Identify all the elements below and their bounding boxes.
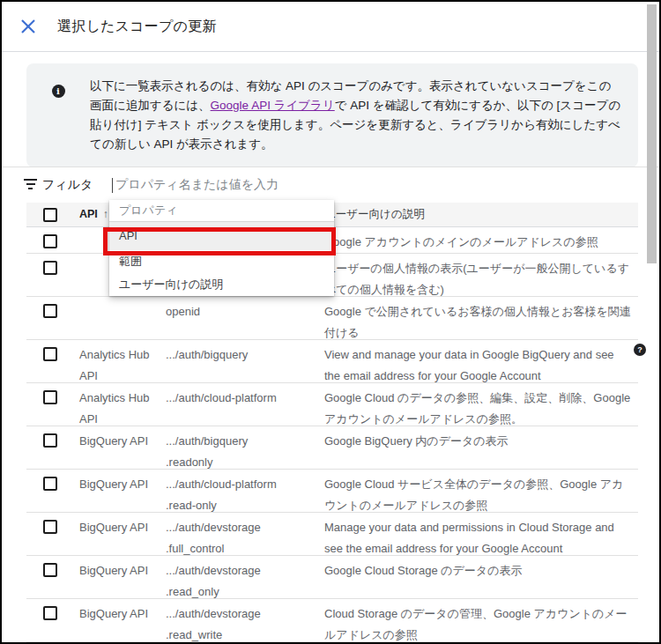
filter-label: フィルタ: [42, 177, 93, 193]
api-library-link[interactable]: Google API ライブラリ: [211, 99, 335, 112]
vertical-scrollbar-thumb[interactable]: [647, 4, 657, 263]
row-checkbox[interactable]: [43, 234, 57, 248]
row-checkbox[interactable]: [43, 261, 57, 275]
filter-placeholder: プロパティ名または値を入力: [115, 177, 279, 193]
info-banner: i 以下に一覧表示されるのは、有効な API のスコープのみです。表示されていな…: [26, 63, 638, 167]
table-row: openid Google で公開されているお客様の個人情報とお客様を関連付ける: [26, 297, 638, 340]
row-checkbox[interactable]: [43, 347, 57, 361]
filter-input[interactable]: プロパティ名または値を入力: [112, 173, 624, 197]
table-row: Analytics Hub API .../auth/bigquery View…: [26, 340, 638, 383]
filter-icon: [24, 179, 37, 189]
row-checkbox[interactable]: [43, 433, 57, 448]
table-row: BigQuery API .../auth/bigquery .readonly…: [26, 426, 638, 470]
sort-up-icon: ↑: [103, 208, 108, 220]
dialog-titlebar: 選択したスコープの更新: [2, 2, 659, 52]
filter-bar: フィルタ プロパティ名または値を入力 ?: [2, 167, 659, 203]
column-header-description: ユーザー向けの説明: [324, 203, 635, 226]
row-checkbox[interactable]: [43, 304, 57, 318]
row-checkbox[interactable]: [43, 477, 57, 491]
text-caret: [112, 178, 113, 193]
info-banner-text: 以下に一覧表示されるのは、有効な API のスコープのみです。表示されていないス…: [90, 77, 622, 154]
row-checkbox[interactable]: [43, 606, 57, 620]
info-icon: i: [52, 85, 65, 98]
row-checkbox[interactable]: [43, 390, 57, 404]
table-row: BigQuery API .../auth/devstorage .read_o…: [26, 556, 638, 599]
table-row: BigQuery API .../auth/devstorage .full_c…: [26, 513, 638, 556]
table-row: BigQuery API .../auth/cloud-platform .re…: [26, 470, 638, 513]
row-checkbox[interactable]: [43, 520, 57, 534]
update-scopes-dialog: 選択したスコープの更新 i 以下に一覧表示されるのは、有効な API のスコープ…: [0, 0, 661, 644]
annotation-highlight: [103, 227, 336, 255]
select-all-checkbox[interactable]: [43, 208, 57, 222]
close-icon[interactable]: [20, 19, 36, 34]
menu-item-user-description[interactable]: ユーザー向けの説明: [109, 273, 334, 296]
table-row: BigQuery API .../auth/devstorage .read_w…: [26, 599, 638, 642]
menu-header: プロパティ: [109, 200, 334, 221]
table-row: Analytics Hub API .../auth/cloud-platfor…: [26, 383, 638, 426]
row-checkbox[interactable]: [43, 563, 57, 577]
page-title: 選択したスコープの更新: [57, 18, 216, 36]
